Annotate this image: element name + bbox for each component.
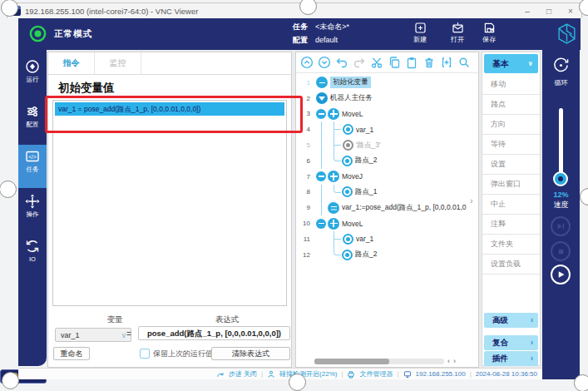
tree-row[interactable]: 11 var_1 [296,231,478,247]
save-task-button[interactable]: 保存 [471,21,507,44]
svg-text:</>: </> [28,154,37,160]
tree-row[interactable]: 4 var_1 [296,121,478,137]
replace-icon[interactable] [439,56,453,70]
variable-label: 变量 [82,314,148,325]
palette-item[interactable]: 注释 [482,215,540,235]
collapse-icon[interactable] [316,219,326,229]
speed-slider-track[interactable] [559,108,563,181]
tree-row[interactable]: 1 初始化变量 [296,75,478,91]
run-icon [24,58,41,75]
sidebar-item-task[interactable]: </> 任务 [18,145,47,188]
tree-node-icon [342,156,353,166]
speed-slider-thumb[interactable] [553,171,568,186]
clear-expression-button[interactable]: 清除表达式 [211,347,290,360]
config-label: 配置 [293,36,308,44]
tree-node-icon [316,92,328,104]
tree-node-label: 路点_2 [355,156,377,166]
selection-handle[interactable] [0,181,17,198]
sidebar-item-run[interactable]: 运行 [18,55,47,98]
tree-row-number: 9 [296,204,314,211]
delete-icon[interactable] [422,56,436,70]
palette-item[interactable]: 方向 [482,115,540,135]
scrollbar-thumb[interactable] [314,359,389,364]
palette-item[interactable]: 移动 [482,75,540,95]
tree-node-icon [328,202,339,214]
config-value: default [315,36,338,44]
tree-row[interactable]: 10 MoveL [296,215,478,231]
cut-icon[interactable] [369,56,383,70]
titlebar[interactable]: 192.168.255.100 (intel-corei7-64:0) - VN… [7,2,582,18]
tree-node-label: 机器人主任务 [330,93,373,103]
file-manager-link[interactable]: 文件管理器 [359,369,393,379]
selection-handle[interactable] [574,374,588,391]
tree-row[interactable]: 9 var_1:=pose_add(路点_1_p, [0,0,0.01,0 [296,200,478,215]
chevron-right-icon: › [531,351,533,366]
save-icon [482,21,497,35]
sidebar-item-io[interactable]: IO [18,235,47,278]
undo-icon[interactable] [334,56,348,70]
tree-node-icon [342,250,353,260]
palette-item[interactable]: 文件夹 [482,235,540,255]
file-manager-icon [347,370,355,379]
tree-connector [334,247,342,263]
tree-row[interactable]: 2 机器人主任务 [296,91,478,106]
collapse-icon[interactable] [316,109,326,119]
paste-icon[interactable] [404,56,418,70]
copy-icon[interactable] [387,56,401,70]
tree-row[interactable]: 6 路点_2 [296,153,478,169]
stop-button[interactable] [551,241,571,261]
step-mode-status[interactable]: 步进 关闭 [229,369,257,379]
palette-group-advanced[interactable]: 高级 › [484,313,538,328]
task-info: 任务<未命名>* 配置default [293,21,349,47]
palette-group-plugin[interactable]: 插件 › [484,351,538,366]
panel-expand-icon[interactable]: › [470,196,473,205]
tab-monitor[interactable]: 监控 [95,52,141,74]
move-up-icon[interactable] [299,56,314,70]
move-down-icon[interactable] [317,56,331,70]
collision-detect-status[interactable]: 碰撞检测开启(22%) [279,369,337,379]
minimize-button[interactable]: – [516,7,538,16]
palette-item[interactable]: 路点 [482,95,540,115]
rename-button[interactable]: 重命名 [53,347,90,360]
selection-handle[interactable] [289,374,306,391]
palette-item[interactable]: 设置负载 [482,255,540,275]
scrollbar-buttons[interactable]: ‹› [447,357,459,365]
selection-handle[interactable] [2,372,19,389]
selection-handle[interactable] [580,188,588,205]
chevron-down-icon: ∨ [121,329,126,342]
tree-node-icon [328,171,339,182]
step-button[interactable] [551,216,571,236]
tab-command[interactable]: 指令 [48,52,95,74]
palette-item[interactable]: 中止 [482,195,540,215]
palette-item[interactable]: 弹出窗口 [482,175,540,195]
keep-last-value-checkbox[interactable] [140,349,150,359]
sidebar-item-config[interactable]: 配置 [18,100,47,143]
robot-ip[interactable]: 192.168.255.100 [416,370,466,378]
palette-group-composite[interactable]: 复合 › [484,335,538,350]
tree-row[interactable]: 12 路点_2 [296,247,478,263]
play-button[interactable] [551,265,571,285]
redo-icon[interactable] [352,56,366,70]
palette-group-basic[interactable]: 基本 ∨ [484,54,538,73]
horizontal-scrollbar[interactable] [314,359,444,364]
loop-icon[interactable] [552,57,570,77]
tree-row[interactable]: 7 MoveJ [296,169,478,185]
palette-item[interactable]: 设置 [482,155,540,175]
task-label: 任务 [293,22,308,31]
tree-connector [334,231,343,247]
variable-select[interactable]: var_1 ∨ [55,328,131,342]
sidebar-item-operate[interactable]: 操作 [18,190,47,233]
palette-item[interactable]: 等待 [482,135,540,155]
new-task-button[interactable]: 新建 [402,21,438,44]
tree-row-number: 6 [296,157,314,165]
tree-node-label: '路点_3' [356,141,381,151]
expression-input[interactable]: pose_add(路点_1_p, [0,0,0.01,0,0,0]) [138,326,290,340]
selection-handle[interactable] [1,0,18,17]
search-icon[interactable] [457,56,471,70]
tree-row[interactable]: 3 MoveL [296,106,478,122]
tree-row[interactable]: 8 路点_1 [296,185,478,200]
maximize-button[interactable]: □ [538,7,560,16]
collapse-icon[interactable] [316,171,326,181]
tree-row[interactable]: 5 '路点_3' [296,137,478,153]
panel-tabbar: 指令 监控 [48,52,291,75]
